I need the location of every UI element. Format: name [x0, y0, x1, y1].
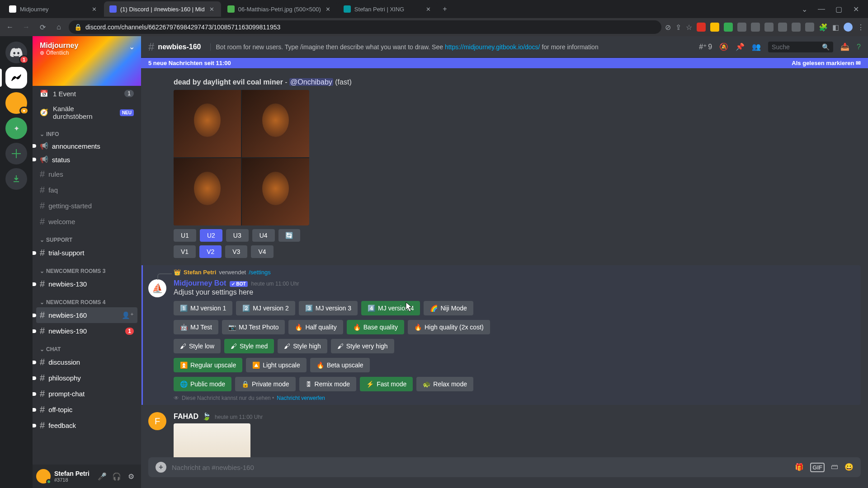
threads-button[interactable]: #⁺9 — [699, 42, 712, 51]
new-tab-button[interactable]: + — [439, 3, 451, 15]
public-mode-button[interactable]: 🌐 Public mode — [174, 377, 231, 391]
close-icon[interactable]: ✕ — [325, 5, 332, 13]
close-window-button[interactable]: ✕ — [849, 2, 863, 16]
server-icon[interactable]: ✦ — [5, 117, 27, 139]
channel-item[interactable]: 📢announcements — [36, 139, 137, 153]
category-header[interactable]: ⌄ CHAT — [36, 339, 137, 354]
user-avatar[interactable]: F — [148, 412, 166, 430]
channel-item[interactable]: #philosophy — [36, 370, 137, 386]
channel-item[interactable]: #prompt-chat — [36, 386, 137, 402]
help-button[interactable]: ? — [857, 43, 861, 51]
message-author[interactable]: Midjourney Bot — [174, 279, 226, 287]
add-server-button[interactable] — [5, 143, 27, 164]
gift-button[interactable]: 🎁 — [795, 463, 804, 472]
sticker-button[interactable]: 🗃 — [831, 463, 838, 472]
settings-button[interactable]: ⚙ — [125, 470, 137, 483]
notification-button[interactable]: 🔕 — [719, 42, 728, 51]
channel-item[interactable]: #off-topic — [36, 402, 137, 418]
extension-icon[interactable] — [778, 23, 787, 32]
search-input[interactable]: Suche 🔍 — [768, 42, 833, 52]
style-very-high-button[interactable]: 🖌 Style very high — [331, 339, 394, 353]
extension-icon[interactable] — [751, 23, 760, 32]
private-mode-button[interactable]: 🔒 Private mode — [235, 377, 295, 391]
channel-topic[interactable]: Bot room for new users. Type /imagine th… — [210, 43, 696, 51]
server-midjourney-icon[interactable] — [5, 67, 27, 89]
menu-icon[interactable]: ⋮ — [857, 23, 864, 32]
bot-avatar[interactable]: ⛵ — [148, 279, 166, 297]
u2-button[interactable]: U2 — [200, 229, 222, 242]
v3-button[interactable]: V3 — [225, 245, 247, 258]
high-quality-button[interactable]: 🔥 High quality (2x cost) — [408, 320, 490, 334]
mj-test-photo-button[interactable]: 📷 MJ Test Photo — [222, 320, 285, 334]
category-header[interactable]: ⌄ SUPPORT — [36, 230, 137, 245]
style-low-button[interactable]: 🖌 Style low — [174, 339, 221, 353]
members-button[interactable]: 👥 — [752, 42, 761, 51]
share-icon[interactable]: ⇪ — [675, 23, 681, 32]
message-author[interactable]: FAHAD — [174, 413, 198, 421]
v1-button[interactable]: V1 — [174, 245, 196, 258]
close-icon[interactable]: ✕ — [90, 5, 98, 13]
command-link[interactable]: /settings — [249, 269, 270, 276]
mj-v3-button[interactable]: 3️⃣ MJ version 3 — [299, 301, 358, 315]
fast-mode-button[interactable]: ⚡ Fast mode — [360, 377, 413, 391]
channel-item[interactable]: #newbies-130 — [36, 276, 137, 292]
channel-list[interactable]: 📅 1 Event 1 🧭 Kanäle durchstöbern NEU ⌄ … — [33, 86, 141, 465]
reply-reference[interactable]: 👑 Stefan Petri verwendet /settings — [148, 269, 857, 276]
message-image[interactable] — [174, 423, 250, 457]
u3-button[interactable]: U3 — [226, 229, 249, 242]
base-quality-button[interactable]: 🔥 Base quality — [347, 320, 404, 334]
extension-icon[interactable] — [710, 23, 719, 32]
message-input[interactable]: + Nachricht an #newbies-160 🎁 GIF 🗃 😀 — [148, 457, 861, 477]
u1-button[interactable]: U1 — [174, 229, 196, 242]
reload-button[interactable]: ⟳ — [36, 21, 49, 33]
maximize-button[interactable]: ▢ — [832, 2, 845, 16]
channel-item[interactable]: #feedback — [36, 418, 137, 433]
message-list[interactable]: dead by daylight evil coal miner - @Onch… — [141, 68, 868, 457]
mj-v4-button[interactable]: 4️⃣ MJ version 4 — [361, 301, 420, 315]
mute-button[interactable]: 🎤 — [96, 470, 108, 483]
server-header[interactable]: Midjourney ⊕ Öffentlich ⌄ — [33, 36, 141, 86]
extension-icon[interactable] — [764, 23, 774, 32]
channel-item[interactable]: #trial-support — [36, 245, 137, 261]
user-avatar[interactable] — [36, 469, 51, 483]
add-user-icon[interactable]: 👤⁺ — [122, 311, 134, 319]
channel-item[interactable]: #faq — [36, 182, 137, 198]
sidepanel-icon[interactable]: ◧ — [832, 23, 839, 32]
channel-item[interactable]: #welcome — [36, 214, 137, 230]
category-header[interactable]: ⌄ NEWCOMER ROOMS 4 — [36, 292, 137, 307]
style-high-button[interactable]: 🖌 Style high — [278, 339, 327, 353]
close-icon[interactable]: ✕ — [208, 5, 216, 13]
remix-mode-button[interactable]: 🎛 Remix mode — [299, 377, 357, 391]
channel-item[interactable]: #newbies-1901 — [36, 323, 137, 339]
home-button[interactable]: ⌂ — [52, 21, 65, 33]
category-header[interactable]: ⌄ NEWCOMER ROOMS 3 — [36, 261, 137, 276]
deafen-button[interactable]: 🎧 — [110, 470, 123, 483]
mj-v1-button[interactable]: 1️⃣ MJ version 1 — [174, 301, 232, 315]
channel-item[interactable]: #getting-started — [36, 198, 137, 214]
star-icon[interactable]: ☆ — [686, 23, 692, 32]
discord-home-icon[interactable]: 1 — [5, 42, 27, 63]
inbox-button[interactable]: 📥 — [840, 42, 849, 51]
extensions-icon[interactable]: 🧩 — [819, 23, 828, 32]
chevron-down-icon[interactable]: ⌄ — [797, 2, 811, 16]
emoji-button[interactable]: 😀 — [844, 463, 854, 472]
channel-item[interactable]: #discussion — [36, 354, 137, 370]
browse-channels[interactable]: 🧭 Kanäle durchstöbern NEU — [36, 101, 137, 124]
reroll-button[interactable]: 🔄 — [278, 229, 300, 242]
extension-icon[interactable] — [697, 23, 706, 32]
channel-item[interactable]: #rules — [36, 166, 137, 182]
niji-mode-button[interactable]: 🌈 Niji Mode — [424, 301, 473, 315]
v4-button[interactable]: V4 — [251, 245, 273, 258]
events-item[interactable]: 📅 1 Event 1 — [36, 86, 137, 101]
dismiss-link[interactable]: Nachricht verwerfen — [277, 395, 325, 401]
back-button[interactable]: ← — [4, 21, 16, 33]
close-icon[interactable]: ✕ — [425, 5, 432, 13]
regular-upscale-button[interactable]: ⏫ Regular upscale — [174, 358, 242, 372]
tab-xing[interactable]: Stefan Petri | XING ✕ — [338, 1, 438, 17]
extension-icon[interactable] — [805, 23, 814, 32]
channel-item[interactable]: 📢status — [36, 153, 137, 166]
download-button[interactable] — [5, 168, 27, 190]
profile-avatar[interactable] — [844, 23, 853, 32]
user-info[interactable]: Stefan Petri #3718 — [54, 470, 92, 483]
light-upscale-button[interactable]: 🔼 Light upscale — [246, 358, 307, 372]
